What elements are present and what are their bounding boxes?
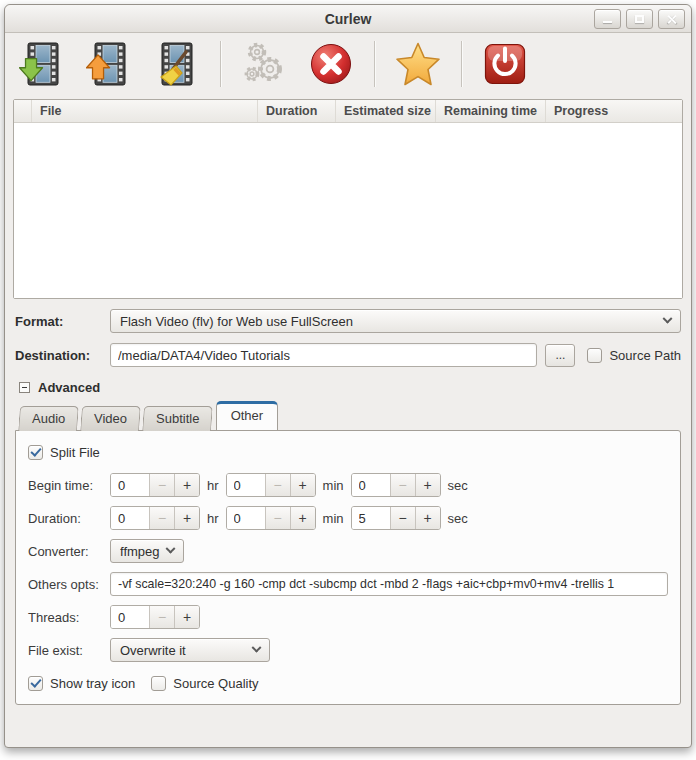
duration-sec-spinbox: − +	[351, 506, 441, 530]
tab-subtitle[interactable]: Subtitle	[142, 406, 213, 431]
column-header-blank	[14, 100, 32, 122]
column-header-remaining-time[interactable]: Remaining time	[436, 100, 546, 122]
close-icon	[666, 14, 677, 25]
stop-button[interactable]	[307, 40, 355, 88]
minimize-button[interactable]	[594, 9, 621, 29]
unit-min-label: min	[323, 478, 344, 493]
maximize-button[interactable]	[626, 9, 653, 29]
converter-label: Converter:	[28, 544, 110, 559]
quit-button[interactable]	[481, 40, 529, 88]
unit-sec-label: sec	[448, 511, 468, 526]
plus-button[interactable]: +	[415, 507, 440, 529]
format-row: Format: Flash Video (flv) for Web use Fu…	[15, 309, 681, 333]
converter-row: Converter: ffmpeg	[28, 539, 668, 563]
begin-sec-input[interactable]	[352, 474, 390, 496]
split-file-label: Split File	[50, 445, 100, 460]
begin-time-label: Begin time:	[28, 478, 110, 493]
plus-button[interactable]: +	[290, 507, 315, 529]
column-header-estimated-size[interactable]: Estimated size	[336, 100, 436, 122]
star-icon	[394, 40, 442, 88]
split-file-checkbox[interactable]	[28, 445, 43, 460]
begin-hr-spinbox: − +	[110, 473, 200, 497]
source-path-checkbox[interactable]	[587, 348, 602, 363]
duration-hr-input[interactable]	[111, 507, 149, 529]
chevron-down-icon	[166, 543, 176, 553]
plus-button[interactable]: +	[174, 606, 199, 628]
power-icon	[481, 40, 529, 88]
threads-input[interactable]	[111, 606, 149, 628]
minus-button[interactable]: −	[265, 507, 290, 529]
destination-input[interactable]	[110, 343, 537, 367]
tray-quality-row: Show tray icon Source Quality	[28, 671, 668, 695]
convert-button[interactable]	[86, 40, 134, 88]
duration-sec-input[interactable]	[352, 507, 390, 529]
others-opts-input[interactable]	[110, 572, 668, 596]
column-header-file[interactable]: File	[32, 100, 258, 122]
maximize-icon	[635, 15, 644, 23]
minus-button[interactable]: −	[149, 606, 174, 628]
status-area	[5, 705, 691, 735]
threads-row: Threads: − +	[28, 605, 668, 629]
converter-value: ffmpeg	[120, 544, 160, 559]
show-tray-icon-checkbox[interactable]	[28, 676, 43, 691]
file-table-header: File Duration Estimated size Remaining t…	[14, 100, 682, 123]
preferences-button[interactable]	[240, 40, 288, 88]
minus-button[interactable]: −	[390, 507, 415, 529]
film-clear-icon	[153, 40, 201, 88]
others-opts-label: Others opts:	[28, 577, 110, 592]
file-table: File Duration Estimated size Remaining t…	[13, 99, 683, 299]
film-convert-icon	[86, 40, 134, 88]
plus-button[interactable]: +	[174, 507, 199, 529]
chevron-down-icon	[663, 313, 673, 323]
minimize-icon	[603, 21, 612, 23]
other-tab-panel: Split File Begin time: − + hr − + min − …	[15, 430, 681, 705]
begin-sec-spinbox: − +	[351, 473, 441, 497]
threads-spinbox: − +	[110, 605, 200, 629]
tab-other[interactable]: Other	[216, 401, 279, 430]
file-exist-label: File exist:	[28, 643, 110, 658]
toolbar-separator	[220, 41, 221, 87]
plus-button[interactable]: +	[174, 474, 199, 496]
converter-select[interactable]: ffmpeg	[110, 539, 184, 563]
format-select[interactable]: Flash Video (flv) for Web use FullScreen	[110, 309, 681, 333]
duration-min-input[interactable]	[227, 507, 265, 529]
tab-audio[interactable]: Audio	[18, 406, 79, 431]
titlebar[interactable]: Curlew	[5, 5, 691, 33]
column-header-progress[interactable]: Progress	[546, 100, 682, 122]
film-add-icon	[19, 40, 67, 88]
add-files-button[interactable]	[19, 40, 67, 88]
minus-button[interactable]: −	[390, 474, 415, 496]
column-header-duration[interactable]: Duration	[258, 100, 336, 122]
tab-video[interactable]: Video	[80, 406, 141, 431]
source-quality-label: Source Quality	[173, 676, 258, 691]
browse-button[interactable]: ...	[545, 344, 575, 367]
unit-hr-label: hr	[207, 511, 219, 526]
minus-button[interactable]: −	[149, 507, 174, 529]
file-table-body[interactable]	[14, 123, 682, 298]
toolbar-separator	[374, 41, 375, 87]
advanced-label: Advanced	[38, 380, 100, 395]
toolbar-separator	[461, 41, 462, 87]
show-tray-icon-label: Show tray icon	[50, 676, 135, 691]
check-icon	[30, 445, 41, 456]
plus-button[interactable]: +	[415, 474, 440, 496]
about-button[interactable]	[394, 40, 442, 88]
close-button[interactable]	[658, 9, 685, 29]
advanced-expander[interactable]: Advanced	[19, 380, 691, 395]
duration-label: Duration:	[28, 511, 110, 526]
begin-time-row: Begin time: − + hr − + min − + sec	[28, 473, 668, 497]
duration-hr-spinbox: − +	[110, 506, 200, 530]
begin-hr-input[interactable]	[111, 474, 149, 496]
unit-sec-label: sec	[448, 478, 468, 493]
clear-list-button[interactable]	[153, 40, 201, 88]
minus-button[interactable]: −	[265, 474, 290, 496]
plus-button[interactable]: +	[290, 474, 315, 496]
begin-min-input[interactable]	[227, 474, 265, 496]
toolbar	[5, 33, 691, 97]
file-exist-select[interactable]: Overwrite it	[110, 638, 270, 662]
minus-button[interactable]: −	[149, 474, 174, 496]
unit-min-label: min	[323, 511, 344, 526]
duration-row: Duration: − + hr − + min − + sec	[28, 506, 668, 530]
source-quality-checkbox[interactable]	[151, 676, 166, 691]
collapse-icon	[19, 382, 30, 393]
